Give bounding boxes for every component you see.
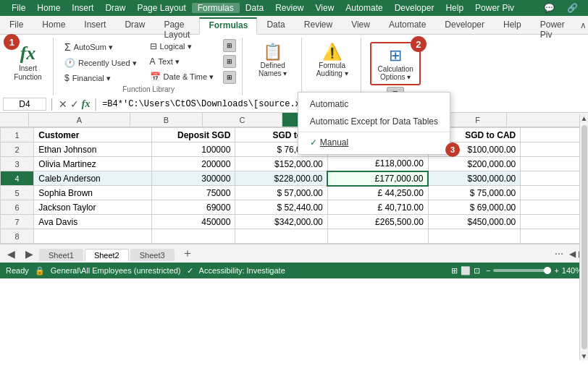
- cell-c6[interactable]: $ 52,440.00: [235, 200, 327, 215]
- chat-button[interactable]: 💬: [539, 0, 559, 16]
- tab-pagelayout[interactable]: Page Layout: [154, 17, 199, 35]
- insert-function-button[interactable]: 1 fx InsertFunction: [9, 39, 46, 85]
- cell-c5[interactable]: $ 57,000.00: [235, 186, 327, 200]
- cell-e5[interactable]: $ 75,000.00: [428, 186, 520, 200]
- cell-b1[interactable]: Deposit SGD: [151, 128, 235, 142]
- cell-a6[interactable]: Jackson Taylor: [34, 200, 151, 215]
- cell-f1[interactable]: [521, 128, 588, 142]
- normal-view-btn[interactable]: ⊞: [451, 266, 458, 276]
- dropdown-manual[interactable]: Manual 3: [298, 134, 450, 151]
- row-num-1[interactable]: 1: [1, 128, 34, 142]
- ribbon-collapse-btn[interactable]: ∧: [574, 17, 588, 34]
- tab-data[interactable]: Data: [257, 17, 294, 35]
- row-num-7[interactable]: 7: [1, 215, 34, 229]
- tab-view[interactable]: View: [342, 17, 379, 35]
- cell-c3[interactable]: $152,000.00: [235, 157, 327, 171]
- cell-b2[interactable]: 100000: [151, 142, 235, 157]
- datetime-button[interactable]: 📅 Date & Time ▾: [146, 69, 218, 84]
- row-num-2[interactable]: 2: [1, 142, 34, 157]
- scroll-left-btn[interactable]: ◀: [569, 249, 576, 259]
- cell-f2[interactable]: [521, 142, 588, 157]
- cell-a5[interactable]: Sophia Brown: [34, 186, 151, 200]
- tab-home[interactable]: Home: [33, 17, 75, 35]
- cell-d8[interactable]: [327, 229, 428, 244]
- confirm-formula-icon[interactable]: ✓: [70, 98, 79, 110]
- cell-e4[interactable]: $300,000.00: [428, 171, 520, 186]
- menu-review[interactable]: Review: [269, 3, 309, 13]
- add-sheet-button[interactable]: ＋: [176, 244, 199, 263]
- cell-b6[interactable]: 69000: [151, 200, 235, 215]
- menu-formulas[interactable]: Formulas: [192, 3, 240, 13]
- cell-e6[interactable]: $ 69,000.00: [428, 200, 520, 215]
- cell-e7[interactable]: $450,000.00: [428, 215, 520, 229]
- cell-f6[interactable]: [521, 200, 588, 215]
- menu-insert[interactable]: Insert: [66, 3, 99, 13]
- cell-c7[interactable]: $342,000.00: [235, 215, 327, 229]
- tab-help[interactable]: Help: [494, 17, 531, 35]
- cell-b5[interactable]: 75000: [151, 186, 235, 200]
- menu-data[interactable]: Data: [240, 3, 269, 13]
- row-num-4[interactable]: 4: [1, 171, 34, 186]
- vertical-scrollbar[interactable]: ▲ ▼: [579, 114, 588, 360]
- autosum-button[interactable]: Σ AutoSum ▾: [61, 39, 140, 55]
- calculation-options-button[interactable]: 2 ⊞ CalculationOptions ▾: [370, 42, 420, 85]
- cell-a8[interactable]: [34, 229, 151, 244]
- menu-pagelayout[interactable]: Page Layout: [131, 3, 191, 13]
- fx-formula-icon[interactable]: fx: [82, 98, 91, 110]
- tab-formulas[interactable]: Formulas: [199, 17, 257, 35]
- cell-b7[interactable]: 450000: [151, 215, 235, 229]
- menu-home[interactable]: Home: [31, 3, 66, 13]
- tab-developer[interactable]: Developer: [435, 17, 494, 35]
- menu-developer[interactable]: Developer: [389, 3, 440, 13]
- defined-names-button[interactable]: 📋 DefinedNames ▾: [253, 39, 292, 81]
- row-num-5[interactable]: 5: [1, 186, 34, 200]
- menu-automate[interactable]: Automate: [340, 3, 388, 13]
- tab-file[interactable]: File: [0, 17, 33, 35]
- cell-f4[interactable]: [521, 171, 588, 186]
- tab-insert[interactable]: Insert: [75, 17, 115, 35]
- col-header-c[interactable]: C: [203, 113, 282, 127]
- zoom-out-btn[interactable]: −: [486, 266, 490, 275]
- cell-e8[interactable]: [428, 229, 520, 244]
- page-break-btn[interactable]: ⊡: [474, 266, 480, 276]
- cell-d6[interactable]: £ 40,710.00: [327, 200, 428, 215]
- share-button[interactable]: 🔗: [562, 0, 582, 16]
- more-btn-1[interactable]: ⊞: [223, 39, 236, 52]
- sheet-nav-prev[interactable]: ◀: [3, 247, 20, 261]
- ellipsis-btn[interactable]: ⋯: [555, 249, 563, 259]
- menu-view[interactable]: View: [310, 3, 340, 13]
- cell-a1[interactable]: Customer: [34, 128, 151, 142]
- dropdown-automatic[interactable]: Automatic: [298, 95, 450, 113]
- more-btn-2[interactable]: ⊞: [223, 55, 236, 68]
- cancel-formula-icon[interactable]: ✕: [59, 98, 67, 110]
- tab-powerpiv[interactable]: Power Piv: [531, 17, 574, 35]
- menu-help[interactable]: Help: [440, 3, 469, 13]
- cell-f8[interactable]: [521, 229, 588, 244]
- cell-d4[interactable]: £177,000.00: [327, 171, 428, 186]
- col-header-f[interactable]: F: [449, 113, 507, 127]
- cell-a3[interactable]: Olivia Martinez: [34, 157, 151, 171]
- cell-d7[interactable]: £265,500.00: [327, 215, 428, 229]
- cell-a4[interactable]: Caleb Anderson: [34, 171, 151, 186]
- sheet-tab-sheet1[interactable]: Sheet1: [39, 249, 83, 261]
- cell-reference-box[interactable]: [3, 98, 46, 111]
- menu-draw[interactable]: Draw: [99, 3, 131, 13]
- logical-button[interactable]: ⊟ Logical ▾: [146, 39, 218, 54]
- zoom-in-btn[interactable]: +: [554, 266, 558, 275]
- cell-d5[interactable]: £ 44,250.00: [327, 186, 428, 200]
- cell-f7[interactable]: [521, 215, 588, 229]
- formula-auditing-button[interactable]: ⚠️ FormulaAuditing ▾: [311, 39, 353, 81]
- cell-d3[interactable]: £118,000.00: [327, 157, 428, 171]
- tab-draw[interactable]: Draw: [115, 17, 154, 35]
- row-num-3[interactable]: 3: [1, 157, 34, 171]
- recently-used-button[interactable]: 🕐 Recently Used ▾: [61, 56, 140, 70]
- tab-review[interactable]: Review: [295, 17, 342, 35]
- dropdown-automatic-except[interactable]: Automatic Except for Data Tables: [298, 113, 450, 130]
- row-num-8[interactable]: 8: [1, 229, 34, 244]
- cell-f5[interactable]: [521, 186, 588, 200]
- cell-b3[interactable]: 200000: [151, 157, 235, 171]
- financial-button[interactable]: $ Financial ▾: [61, 71, 140, 85]
- col-header-b[interactable]: B: [130, 113, 203, 127]
- page-layout-btn[interactable]: ⬜: [461, 266, 471, 276]
- menu-file[interactable]: File: [6, 3, 31, 13]
